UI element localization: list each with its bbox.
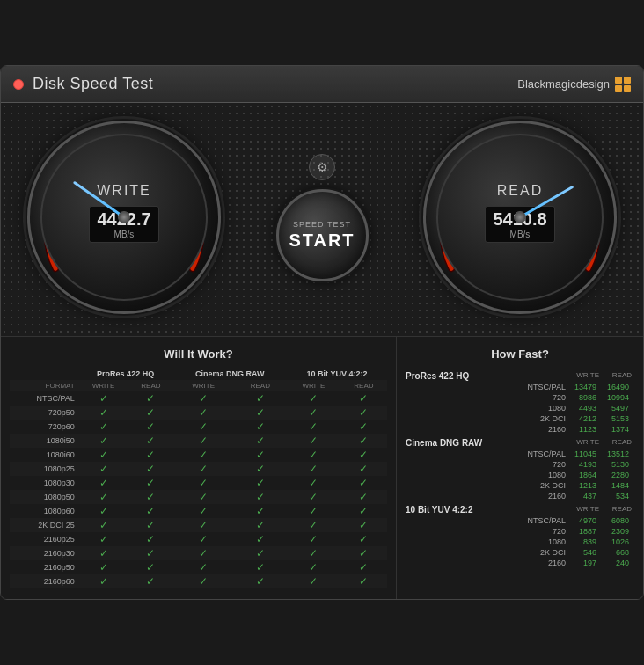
- check-cell: ✓: [128, 504, 172, 518]
- checkmark: ✓: [309, 449, 318, 461]
- table-row: 1080p50✓✓✓✓✓✓: [10, 490, 387, 504]
- check-cell: ✓: [340, 490, 387, 504]
- hf-read: 1374: [602, 424, 634, 435]
- hf-format: NTSC/PAL: [406, 382, 569, 392]
- format-cell: 1080p60: [10, 504, 78, 518]
- start-button[interactable]: SPEED TEST START: [276, 189, 369, 281]
- check-cell: ✓: [234, 391, 287, 406]
- list-item: 2K DCI 1213 1484: [406, 480, 634, 491]
- check-cell: ✓: [173, 546, 234, 560]
- checkmark: ✓: [146, 519, 155, 531]
- check-cell: ✓: [287, 434, 340, 448]
- hf-format: 2K DCI: [406, 480, 569, 491]
- hf-write: 1887: [569, 526, 602, 537]
- check-cell: ✓: [340, 391, 387, 406]
- check-cell: ✓: [234, 560, 287, 574]
- checkmark: ✓: [309, 435, 318, 447]
- check-cell: ✓: [340, 434, 387, 448]
- check-cell: ✓: [173, 420, 234, 434]
- list-item: NTSC/PAL 11045 13512: [406, 449, 634, 459]
- brand-square-2: [624, 77, 631, 84]
- start-label-top: SPEED TEST: [293, 220, 351, 229]
- check-cell: ✓: [78, 560, 129, 574]
- close-button[interactable]: [13, 79, 24, 90]
- format-cell: 720p60: [10, 420, 78, 434]
- checkmark: ✓: [359, 491, 368, 503]
- checkmark: ✓: [99, 406, 108, 419]
- list-item: 2160 437 534: [406, 491, 634, 501]
- check-cell: ✓: [287, 532, 340, 546]
- check-cell: ✓: [173, 434, 234, 448]
- table-row: 2160p25✓✓✓✓✓✓: [10, 532, 387, 546]
- checkmark: ✓: [256, 505, 265, 517]
- data-section: Will It Work? ProRes 422 HQ Cinema DNG R…: [1, 336, 643, 599]
- prores-read-header: READ: [128, 380, 172, 391]
- checkmark: ✓: [359, 561, 368, 574]
- table-row: 720p50✓✓✓✓✓✓: [10, 406, 387, 420]
- check-cell: ✓: [287, 518, 340, 532]
- format-cell: 2160p60: [10, 574, 78, 588]
- settings-button[interactable]: ⚙: [309, 154, 335, 180]
- checkmark: ✓: [199, 463, 208, 475]
- check-cell: ✓: [234, 448, 287, 462]
- checkmark: ✓: [199, 435, 208, 447]
- format-cell: 720p50: [10, 406, 78, 420]
- checkmark: ✓: [199, 477, 208, 489]
- check-cell: ✓: [173, 560, 234, 574]
- checkmark: ✓: [256, 420, 265, 433]
- table-row: 2160p60✓✓✓✓✓✓: [10, 574, 387, 588]
- list-item: 1080 4493 5497: [406, 403, 634, 413]
- write-gauge-container: WRITE 4422.7 MB/s: [27, 121, 221, 314]
- check-cell: ✓: [128, 560, 172, 574]
- hf-write: 13479: [569, 382, 602, 392]
- check-cell: ✓: [340, 462, 387, 476]
- hf-format: 2160: [406, 491, 569, 501]
- checkmark: ✓: [199, 519, 208, 531]
- checkmark: ✓: [99, 449, 108, 461]
- check-cell: ✓: [287, 546, 340, 560]
- checkmark: ✓: [99, 463, 108, 475]
- read-col-header: READ: [602, 501, 634, 515]
- read-gauge-container: READ 5410.8 MB/s: [423, 121, 617, 314]
- check-cell: ✓: [78, 448, 129, 462]
- hf-format: 2160: [406, 558, 569, 568]
- check-cell: ✓: [173, 532, 234, 546]
- checkmark: ✓: [359, 477, 368, 489]
- how-fast-title: How Fast?: [406, 347, 634, 361]
- checkmark: ✓: [146, 505, 155, 517]
- check-cell: ✓: [173, 490, 234, 504]
- check-cell: ✓: [234, 574, 287, 588]
- hf-format: 1080: [406, 537, 569, 547]
- checkmark: ✓: [146, 435, 155, 447]
- hf-read: 240: [602, 558, 634, 568]
- group-name: Cinema DNG RAW: [406, 435, 569, 449]
- checkmark: ✓: [309, 420, 318, 433]
- check-cell: ✓: [234, 504, 287, 518]
- group-header-row: 10 Bit YUV 4:2:2 WRITE READ: [406, 501, 634, 515]
- checkmark: ✓: [309, 519, 318, 531]
- check-cell: ✓: [234, 518, 287, 532]
- format-cell: 2K DCI 25: [10, 518, 78, 532]
- window-title: Disk Speed Test: [33, 75, 153, 93]
- list-item: 1080 839 1026: [406, 537, 634, 547]
- check-cell: ✓: [128, 448, 172, 462]
- will-it-work-panel: Will It Work? ProRes 422 HQ Cinema DNG R…: [1, 337, 397, 599]
- check-cell: ✓: [234, 490, 287, 504]
- hf-read: 10994: [602, 392, 634, 403]
- table-row: 2K DCI 25✓✓✓✓✓✓: [10, 518, 387, 532]
- list-item: 2160 1123 1374: [406, 424, 634, 435]
- checkmark: ✓: [359, 547, 368, 559]
- checkmark: ✓: [256, 477, 265, 489]
- check-cell: ✓: [234, 546, 287, 560]
- checkmark: ✓: [359, 575, 368, 588]
- checkmark: ✓: [309, 463, 318, 475]
- read-label: READ: [497, 183, 543, 199]
- checkmark: ✓: [199, 547, 208, 559]
- list-item: NTSC/PAL 13479 16490: [406, 382, 634, 392]
- checkmark: ✓: [146, 491, 155, 503]
- checkmark: ✓: [199, 505, 208, 517]
- format-cell: 2160p25: [10, 532, 78, 546]
- write-col-header: WRITE: [569, 435, 602, 449]
- hf-format: 2160: [406, 424, 569, 435]
- check-cell: ✓: [340, 574, 387, 588]
